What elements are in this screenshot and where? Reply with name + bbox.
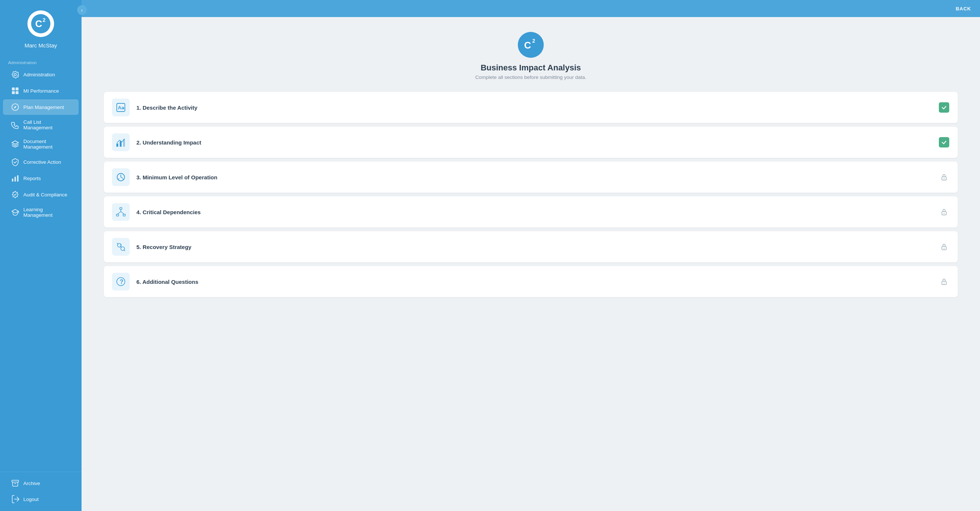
svg-text:C: C	[524, 40, 531, 51]
svg-rect-17	[123, 108, 124, 109]
section-card-understanding-impact[interactable]: 2. Understanding Impact	[104, 127, 958, 158]
svg-rect-6	[16, 91, 19, 94]
page-subtitle: Complete all sections before submitting …	[475, 75, 586, 80]
topbar: BACK	[81, 0, 980, 17]
sidebar: ‹ C 2 Marc McStay Administration Adminis…	[0, 0, 81, 511]
section-card-additional-questions[interactable]: ? 6. Additional Questions	[104, 266, 958, 297]
svg-rect-5	[12, 91, 15, 94]
svg-rect-11	[12, 480, 19, 482]
svg-text:2: 2	[43, 17, 46, 23]
svg-point-32	[944, 248, 945, 249]
section-card-recovery-strategy[interactable]: 5. Recovery Strategy	[104, 231, 958, 262]
main-area: BACK C 2 Business Impact Analysis Comple…	[81, 0, 980, 511]
section-icon-recovery-strategy	[112, 238, 130, 256]
sidebar-item-plan-management[interactable]: Plan Management	[3, 99, 79, 115]
sidebar-item-corrective-action[interactable]: Corrective Action	[3, 154, 79, 170]
sidebar-item-label-audit-compliance: Audit & Compliance	[23, 192, 67, 197]
svg-point-36	[944, 283, 945, 284]
layers-icon	[11, 140, 19, 148]
section-status-minimum-level	[939, 171, 950, 182]
section-icon-describe-activity: Aa	[112, 98, 130, 116]
section-status-critical-dependencies	[939, 206, 950, 217]
sidebar-item-label-corrective-action: Corrective Action	[23, 159, 61, 165]
sidebar-logo: C 2	[27, 10, 54, 37]
svg-rect-3	[12, 87, 15, 90]
user-name: Marc McStay	[24, 42, 57, 49]
svg-text:2: 2	[532, 38, 535, 44]
logout-icon	[11, 495, 19, 503]
sidebar-bottom: Archive Logout	[0, 472, 81, 511]
section-icon-additional-questions: ?	[112, 273, 130, 290]
gear-icon	[11, 70, 19, 79]
section-icon-understanding-impact	[112, 133, 130, 151]
section-card-critical-dependencies[interactable]: 4. Critical Dependencies	[104, 197, 958, 227]
sidebar-item-logout[interactable]: Logout	[3, 491, 79, 507]
check-icon-1	[939, 102, 949, 113]
sidebar-item-learning-management[interactable]: Learning Management	[3, 203, 79, 222]
app-logo: C 2	[518, 32, 544, 58]
sidebar-item-label-administration: Administration	[23, 72, 55, 78]
graduation-icon	[11, 208, 19, 216]
shield-icon	[11, 158, 19, 166]
svg-rect-10	[17, 175, 19, 182]
sidebar-item-mi-performance[interactable]: MI Performance	[3, 83, 79, 98]
section-label-additional-questions: 6. Additional Questions	[137, 279, 939, 285]
section-icon-minimum-level	[112, 168, 130, 186]
svg-rect-19	[120, 141, 122, 147]
svg-rect-25	[116, 214, 119, 216]
svg-rect-8	[12, 179, 13, 182]
sidebar-item-label-archive: Archive	[23, 481, 40, 486]
svg-point-23	[944, 178, 945, 179]
svg-rect-18	[116, 143, 118, 147]
page-header: C 2 Business Impact Analysis Complete al…	[104, 32, 958, 80]
phone-icon	[11, 121, 19, 129]
sidebar-item-label-document-management: Document Management	[23, 139, 70, 150]
main-content: C 2 Business Impact Analysis Complete al…	[81, 17, 980, 511]
section-status-additional-questions	[939, 276, 950, 287]
check-badge-icon	[11, 190, 19, 198]
svg-text:C: C	[35, 18, 42, 29]
section-label-minimum-level: 3. Minimum Level of Operation	[137, 174, 939, 181]
section-label-recovery-strategy: 5. Recovery Strategy	[137, 244, 939, 250]
section-label-describe-activity: 1. Describe the Activity	[137, 105, 939, 111]
sidebar-item-audit-compliance[interactable]: Audit & Compliance	[3, 187, 79, 202]
sidebar-item-call-list-management[interactable]: Call List Management	[3, 116, 79, 134]
bar-chart-icon	[11, 174, 19, 182]
svg-rect-4	[16, 87, 19, 90]
sidebar-item-label-mi-performance: MI Performance	[23, 88, 59, 94]
back-button[interactable]: BACK	[956, 6, 971, 11]
sidebar-item-reports[interactable]: Reports	[3, 170, 79, 186]
svg-text:?: ?	[120, 279, 123, 285]
dashboard-icon	[11, 87, 19, 95]
section-card-minimum-level[interactable]: 3. Minimum Level of Operation	[104, 162, 958, 193]
archive-icon	[11, 479, 19, 487]
sidebar-header: C 2 Marc McStay	[0, 0, 81, 55]
sidebar-item-archive[interactable]: Archive	[3, 475, 79, 491]
section-status-understanding-impact	[939, 137, 950, 148]
svg-point-28	[944, 213, 945, 214]
section-icon-critical-dependencies	[112, 203, 130, 221]
sidebar-item-label-plan-management: Plan Management	[23, 105, 64, 110]
section-status-recovery-strategy	[939, 241, 950, 252]
sidebar-item-label-learning-management: Learning Management	[23, 207, 70, 218]
sidebar-item-label-reports: Reports	[23, 176, 41, 181]
compass-icon	[11, 103, 19, 111]
section-label-understanding-impact: 2. Understanding Impact	[137, 139, 939, 146]
page-title: Business Impact Analysis	[481, 63, 581, 73]
section-card-describe-activity[interactable]: Aa 1. Describe the Activity	[104, 92, 958, 123]
sidebar-item-label-logout: Logout	[23, 497, 38, 502]
section-status-describe-activity	[939, 102, 950, 113]
sidebar-section-label: Administration	[0, 55, 81, 66]
sidebar-collapse-button[interactable]: ‹	[77, 5, 87, 15]
svg-rect-9	[14, 177, 16, 182]
sidebar-item-administration[interactable]: Administration	[3, 67, 79, 82]
check-icon-2	[939, 137, 949, 148]
sidebar-item-document-management[interactable]: Document Management	[3, 135, 79, 153]
sidebar-item-label-call-list: Call List Management	[23, 119, 70, 130]
section-label-critical-dependencies: 4. Critical Dependencies	[137, 209, 939, 215]
svg-rect-26	[123, 214, 125, 216]
svg-text:Aa: Aa	[118, 105, 124, 110]
